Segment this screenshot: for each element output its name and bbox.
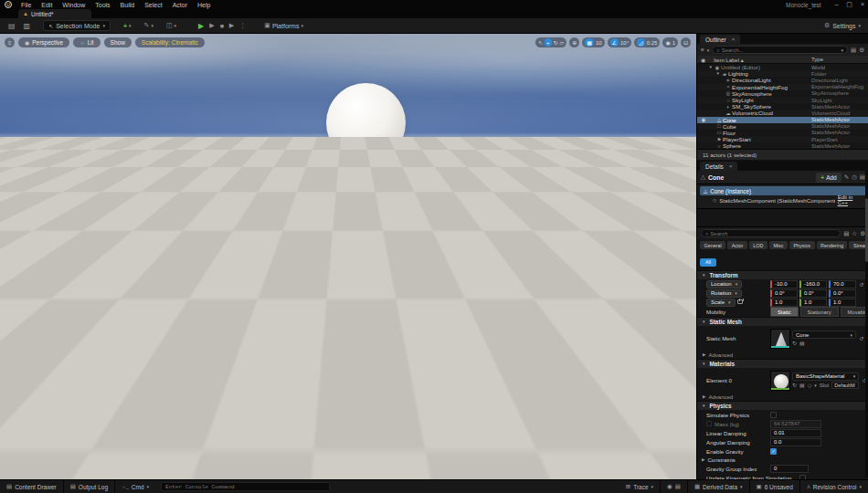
add-actor-button[interactable]: + ▾ <box>123 23 132 29</box>
display-options-icon[interactable]: ▤ <box>843 230 849 237</box>
simulate-physics-checkbox[interactable] <box>770 412 777 418</box>
outliner-row-sm-skysphere[interactable]: ◐ SM_SkySphere StaticMeshActor <box>697 103 868 110</box>
item-label-column[interactable]: Item Label ▴ <box>714 57 811 63</box>
static-mesh-advanced[interactable]: ▶ Advanced <box>697 351 868 359</box>
favorites-icon[interactable]: ☆ <box>852 230 857 237</box>
location-x-field[interactable]: -10.0 <box>770 280 798 288</box>
menu-select[interactable]: Select <box>144 2 162 8</box>
linear-damping-field[interactable]: 0.01 <box>770 429 821 437</box>
eye-icon[interactable]: ◉ <box>699 117 708 122</box>
menu-help[interactable]: Help <box>197 2 210 8</box>
chip-actor[interactable]: Actor <box>727 241 747 249</box>
location-y-field[interactable]: -160.0 <box>799 280 827 288</box>
outliner-row-exponentialheightfog[interactable]: ≈ ExponentialHeightFog ExponentialHeight… <box>697 84 868 90</box>
outliner-row-lighting[interactable]: ▼ ▰ Lighting Folder <box>697 70 868 77</box>
mobility-movable[interactable]: Movable <box>841 307 868 317</box>
close-button[interactable]: × <box>861 1 864 8</box>
settings-dropdown[interactable]: ⚙ Settings ▾ <box>824 22 861 29</box>
enable-gravity-checkbox[interactable]: ✓ <box>770 448 777 455</box>
move-tool-icon[interactable]: + <box>545 38 552 47</box>
reset-static-mesh-icon[interactable]: ↺ <box>858 335 865 341</box>
chip-misc[interactable]: Misc <box>769 241 788 249</box>
use-selected-icon[interactable]: ↻ <box>792 340 797 346</box>
chip-rendering[interactable]: Rendering <box>817 241 848 249</box>
scale-x-field[interactable]: 1.0 <box>770 299 798 307</box>
outliner-search[interactable]: ○ ▾ <box>712 46 848 54</box>
browse-icon[interactable]: ▤ <box>799 340 805 346</box>
chip-all[interactable]: All <box>700 258 716 267</box>
scale-dropdown[interactable]: Scale▾ <box>706 299 736 307</box>
outliner-row-floor[interactable]: ▭ Floor StaticMeshActor <box>697 130 868 136</box>
section-transform[interactable]: ▼ Transform <box>697 270 868 279</box>
materials-advanced[interactable]: ▶ Advanced <box>697 393 868 401</box>
play-button[interactable]: ▶ <box>198 22 204 30</box>
console-command-input[interactable] <box>165 484 325 490</box>
import-content-icon[interactable]: ▥ <box>24 22 31 30</box>
menu-build[interactable]: Build <box>121 2 135 8</box>
maximize-viewport-button[interactable]: ⊡ <box>681 37 691 47</box>
edit-in-cpp-link[interactable]: Edit in C++ <box>838 194 863 205</box>
world-coordinate-button[interactable]: ⊕ <box>569 37 579 47</box>
outliner-row-skylight[interactable]: ☼ SkyLight SkyLight <box>697 97 868 103</box>
mobility-stationary[interactable]: Stationary <box>800 307 839 317</box>
expander-icon[interactable]: ▼ <box>706 65 713 69</box>
cone-actor-selected[interactable] <box>0 34 696 479</box>
expander-icon[interactable]: ▼ <box>714 71 720 76</box>
select-tool-icon[interactable]: ↖ <box>538 39 543 46</box>
section-static-mesh[interactable]: ▼ Static Mesh <box>697 317 868 326</box>
scale-z-field[interactable]: 1.0 <box>829 299 856 307</box>
launch-button[interactable]: ▶ <box>229 22 234 29</box>
cmd-dropdown[interactable]: ＞_ Cmd ▾ <box>115 480 155 493</box>
cinematics-button[interactable]: ◫ ▾ <box>166 22 176 29</box>
tab-details[interactable]: Details × <box>700 162 737 171</box>
type-column[interactable]: Type <box>811 57 868 62</box>
selection-mode-dropdown[interactable]: ↖ Selection Mode ▾ <box>43 20 111 31</box>
outliner-row-world[interactable]: ▼ ◉ Untitled (Editor) World <box>697 64 868 70</box>
static-mesh-thumbnail[interactable] <box>770 329 790 349</box>
material-options-icon[interactable]: ◇ <box>808 382 812 388</box>
close-icon[interactable]: × <box>729 163 733 169</box>
outliner-row-cube[interactable]: □ Cube StaticMeshActor <box>697 123 868 130</box>
outliner-row-cone-selected[interactable]: ◉ △ Cone StaticMeshActor <box>697 117 868 123</box>
menu-file[interactable]: File <box>21 2 31 8</box>
location-dropdown[interactable]: Location▾ <box>706 280 742 288</box>
unsaved-button[interactable]: ▣ 6 Unsaved <box>750 480 800 493</box>
status-misc-icons[interactable]: ◉ ▤ <box>661 480 688 493</box>
outliner-settings-icon[interactable]: ⚙ <box>859 47 864 54</box>
chip-lod[interactable]: LOD <box>749 241 767 249</box>
camera-speed-button[interactable]: ◉ 1 <box>662 37 678 47</box>
scale-snap-toggle[interactable]: ◿ 0.25 <box>634 37 660 47</box>
rotate-tool-icon[interactable]: ↻ <box>554 39 558 46</box>
trace-dropdown[interactable]: ⊞ Trace ▾ <box>619 480 661 493</box>
show-dropdown[interactable]: Show <box>104 37 132 47</box>
stop-button[interactable]: ■ <box>220 23 224 29</box>
slot-name-field[interactable]: DefaultM <box>831 382 859 389</box>
rotation-dropdown[interactable]: Rotation▾ <box>706 289 742 298</box>
platforms-dropdown[interactable]: ▣ Platforms ▾ <box>264 22 303 29</box>
perspective-dropdown[interactable]: ◉ Perspective <box>18 37 69 47</box>
grid-snap-toggle[interactable]: ▦ 10 <box>582 37 604 47</box>
chip-physics[interactable]: Physics <box>789 241 815 249</box>
lit-dropdown[interactable]: ☼ Lit <box>73 37 100 47</box>
outliner-row-playerstart[interactable]: ⚑ PlayerStart PlayerStart <box>697 136 868 142</box>
chip-general[interactable]: General <box>700 241 725 249</box>
menu-tools[interactable]: Tools <box>95 2 110 8</box>
level-tab-untitled[interactable]: ▲ Untitled* <box>18 9 91 18</box>
location-z-field[interactable]: 70.0 <box>829 280 856 288</box>
outliner-search-input[interactable] <box>722 47 840 53</box>
scale-y-field[interactable]: 1.0 <box>799 299 827 307</box>
viewport-options-button[interactable]: ≡ <box>5 37 15 47</box>
content-drawer-button[interactable]: ▤ Content Drawer <box>0 480 64 493</box>
minimize-button[interactable]: – <box>834 1 838 8</box>
outliner-row-skyatmosphere[interactable]: ◎ SkyAtmosphere SkyAtmosphere <box>697 90 868 97</box>
use-selected-icon[interactable]: ↻ <box>792 382 797 388</box>
new-folder-icon[interactable]: ▤ <box>851 47 856 54</box>
scale-lock-icon[interactable] <box>737 299 743 304</box>
constraints-expander[interactable]: ▶ Constraints <box>697 456 868 464</box>
eye-column-icon[interactable]: ◉ <box>697 57 714 63</box>
mobility-static[interactable]: Static <box>770 307 799 317</box>
blueprints-button[interactable]: ✎ ▾ <box>144 22 153 29</box>
gravity-group-index-field[interactable]: 0 <box>770 465 809 473</box>
mass-override-checkbox[interactable] <box>706 421 712 426</box>
history-icon[interactable]: ◷ <box>852 173 857 181</box>
